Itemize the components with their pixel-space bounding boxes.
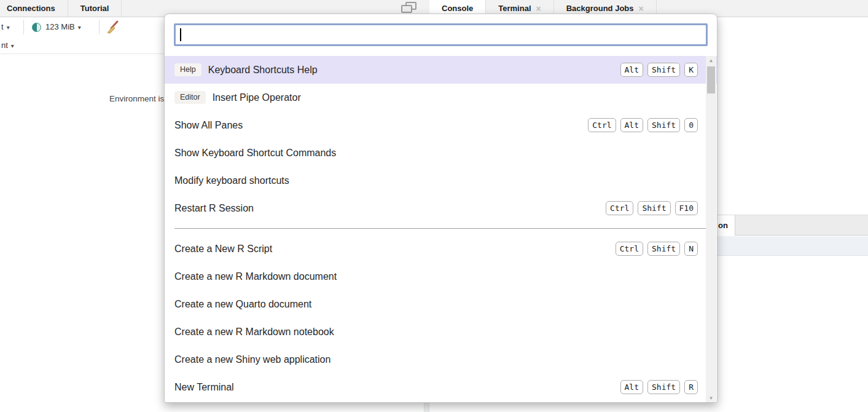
environment-empty-text: Environment is xyxy=(109,94,164,103)
tab-label: Tutorial xyxy=(80,1,109,17)
tab-presentation-clipped[interactable]: on xyxy=(717,215,735,236)
keycap: Ctrl xyxy=(616,242,643,256)
text-caret xyxy=(180,28,181,41)
palette-item[interactable]: Create a new Quarto document xyxy=(165,290,717,318)
dropdown-arrow-icon: ▾ xyxy=(11,42,14,49)
palette-item-label: Insert Pipe Operator xyxy=(213,92,301,103)
palette-item[interactable]: Create a New R ScriptCtrlShiftN xyxy=(165,235,717,263)
palette-item-label: Create a new Quarto document xyxy=(174,299,311,310)
palette-item[interactable]: Create a new R Markdown notebook xyxy=(165,318,717,346)
palette-item-label: Keyboard Shortcuts Help xyxy=(208,65,318,76)
palette-section-divider xyxy=(165,222,717,235)
palette-item[interactable]: Show All PanesCtrlAltShift0 xyxy=(165,111,717,139)
keycap: Ctrl xyxy=(588,118,616,133)
files-pane-toolbar xyxy=(717,236,868,256)
clipped-tab-label: on xyxy=(718,221,728,230)
memory-usage-label: 123 MiB xyxy=(45,22,75,31)
palette-item-scope-badge: Editor xyxy=(174,91,206,104)
shortcut-keys: AltShiftK xyxy=(620,63,698,77)
dropdown-arrow-icon: ▾ xyxy=(78,24,81,31)
scrollbar-thumb[interactable] xyxy=(707,66,715,93)
scrollbar-down-icon[interactable]: ▼ xyxy=(706,394,716,403)
palette-item-label: Create a new R Markdown notebook xyxy=(174,327,334,338)
palette-item-label: Create a new R Markdown document xyxy=(174,271,337,282)
toolbar-separator xyxy=(23,20,24,34)
keycap: Shift xyxy=(647,118,680,133)
command-palette: HelpKeyboard Shortcuts HelpAltShiftKEdit… xyxy=(164,14,717,403)
palette-command-list: HelpKeyboard Shortcuts HelpAltShiftKEdit… xyxy=(165,56,717,403)
palette-search-wrap xyxy=(174,23,708,46)
memory-pie-icon xyxy=(32,23,41,32)
keycap: K xyxy=(684,63,698,77)
global-environment-label: nt xyxy=(1,41,8,50)
divider-line xyxy=(174,228,707,229)
keycap: Shift xyxy=(647,242,680,256)
keycap: N xyxy=(684,242,698,256)
left-pane-tabs: ConnectionsTutorial xyxy=(0,0,122,17)
palette-item-label: Create a New R Script xyxy=(174,244,272,255)
restore-panes-icon[interactable] xyxy=(401,2,418,14)
shortcut-keys: CtrlAltShift0 xyxy=(588,118,698,133)
tab-connections[interactable]: Connections xyxy=(0,0,68,17)
palette-item[interactable]: New TerminalAltShiftR xyxy=(165,373,717,401)
close-icon[interactable]: × xyxy=(639,4,644,13)
palette-item-label: Show All Panes xyxy=(174,120,243,131)
keycap: Shift xyxy=(647,380,680,395)
palette-item[interactable]: Restart R SessionCtrlShiftF10 xyxy=(165,194,717,222)
global-environment-dropdown[interactable]: nt▾ xyxy=(1,41,14,50)
palette-search-input[interactable] xyxy=(174,23,708,46)
tab-tutorial[interactable]: Tutorial xyxy=(68,0,122,17)
broom-icon[interactable] xyxy=(105,20,120,34)
palette-item[interactable]: Show Keyboard Shortcut Commands xyxy=(165,139,717,167)
palette-item-label: Create a new Shiny web application xyxy=(174,354,330,365)
dropdown-arrow-icon: ▾ xyxy=(7,24,10,31)
palette-item-label: Show Keyboard Shortcut Commands xyxy=(174,148,336,159)
keycap: Ctrl xyxy=(606,201,633,216)
palette-item-label: New Terminal xyxy=(174,382,234,393)
import-dataset-label: t xyxy=(1,22,4,31)
restore-front-square xyxy=(401,5,412,13)
palette-item-label: Modify keyboard shortcuts xyxy=(174,175,289,186)
palette-item[interactable]: Create a new Shiny web application xyxy=(165,346,717,373)
keycap: Alt xyxy=(620,118,643,133)
palette-item[interactable]: EditorInsert Pipe Operator xyxy=(165,84,717,111)
files-pane-tab-strip: on xyxy=(717,215,868,236)
shortcut-keys: CtrlShiftN xyxy=(616,242,698,256)
tab-label: Connections xyxy=(7,1,55,17)
keycap: Shift xyxy=(647,63,680,77)
palette-scrollbar[interactable]: ▲ ▼ xyxy=(706,56,716,403)
memory-usage-dropdown[interactable]: 123 MiB▾ xyxy=(45,22,81,31)
keycap: R xyxy=(684,380,698,395)
keycap: F10 xyxy=(675,201,698,216)
shortcut-keys: AltShiftR xyxy=(620,380,698,395)
keycap: Alt xyxy=(620,63,643,77)
keycap: 0 xyxy=(684,118,698,133)
toolbar-separator xyxy=(99,20,100,34)
import-dataset-dropdown[interactable]: t▾ xyxy=(1,22,10,31)
keycap: Shift xyxy=(638,201,670,216)
palette-item-scope-badge: Help xyxy=(174,63,201,76)
keycap: Alt xyxy=(620,380,643,395)
palette-item[interactable]: Modify keyboard shortcuts xyxy=(165,167,717,194)
palette-item-label: Restart R Session xyxy=(174,203,254,214)
palette-item[interactable]: HelpKeyboard Shortcuts HelpAltShiftK xyxy=(165,56,717,84)
palette-item[interactable]: Create a new R Markdown document xyxy=(165,263,717,290)
shortcut-keys: CtrlShiftF10 xyxy=(606,201,698,216)
scrollbar-up-icon[interactable]: ▲ xyxy=(706,56,716,65)
close-icon[interactable]: × xyxy=(536,4,541,13)
